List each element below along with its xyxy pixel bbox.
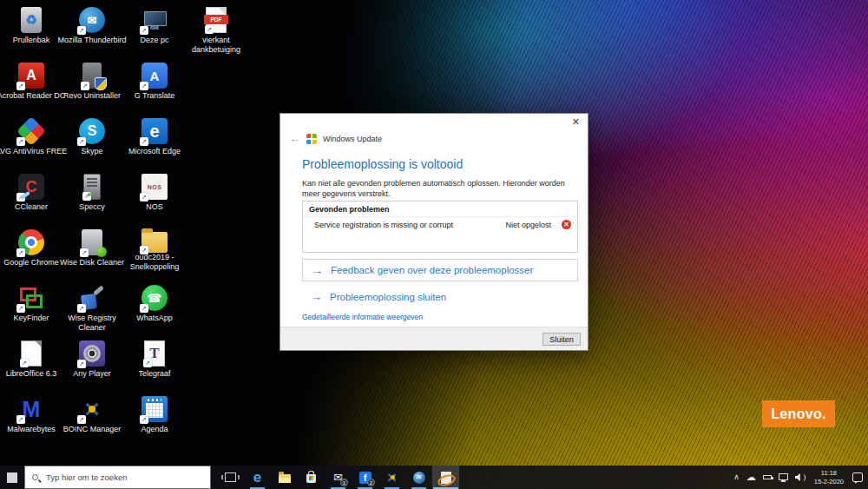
taskbar-app-outlook[interactable]: ✉ [405, 466, 432, 489]
recycle-bin-icon: ♻ [21, 7, 42, 33]
desktop-icon-label: Agenda [117, 425, 192, 434]
dialog-description: Kan niet alle gevonden problemen automat… [302, 178, 575, 199]
desktop-icon-label: vierkant dankbetuiging [179, 36, 253, 54]
shortcut-arrow-icon [140, 137, 148, 146]
taskbar-app-boinc[interactable]: × [378, 466, 405, 489]
shortcut-arrow-icon [140, 193, 148, 202]
desktop-icon-nos[interactable]: NOSNOS [123, 174, 186, 212]
g-translate-icon: A [141, 63, 168, 89]
shortcut-arrow-icon [16, 193, 25, 202]
issue-text: Service registration is missing or corru… [314, 221, 505, 229]
troubleshooter-dialog: ✕ ← Windows Update Probleemoplossing is … [279, 113, 589, 351]
taskbar-apps: e✉1f2×✉ [217, 466, 459, 489]
back-arrow-icon[interactable]: ← [289, 133, 300, 144]
store-icon [306, 474, 316, 483]
desktop-icon-oudc2019-folder[interactable]: oudc2019 - Snelkoppeling [123, 229, 186, 271]
shortcut-arrow-icon [77, 137, 86, 146]
desktop-icon-acrobat-reader[interactable]: AAcrobat Reader DC [0, 63, 62, 101]
desktop-icon-this-pc[interactable]: Deze pc [123, 7, 186, 45]
taskbar-app-facebook[interactable]: f2 [352, 466, 378, 489]
clock-date: 15-2-2020 [814, 478, 844, 486]
file-explorer-icon [279, 474, 291, 483]
desktop-icon-boinc-manager[interactable]: ×BOINC Manager [61, 396, 123, 434]
desktop-icon-malwarebytes[interactable]: MMalwarebytes [0, 396, 62, 434]
wise-registry-cleaner-icon [79, 285, 105, 311]
taskbar-app-task-view[interactable] [217, 466, 244, 489]
desktop-icon-pdf-document[interactable]: PDFvierkant dankbetuiging [185, 7, 247, 54]
shortcut-arrow-icon [77, 304, 86, 313]
volume-icon[interactable] [795, 472, 807, 483]
issue-status: Niet opgelost [505, 221, 551, 229]
arrow-right-icon: → [311, 291, 322, 302]
windows-update-icon [306, 134, 317, 144]
shortcut-arrow-icon [16, 137, 25, 146]
speccy-icon [83, 174, 101, 200]
shortcut-arrow-icon [205, 25, 214, 34]
taskbar-app-store[interactable] [298, 466, 325, 489]
lenovo-logo: Lenovo. [762, 400, 835, 427]
dialog-header: ← Windows Update [289, 133, 382, 144]
this-pc-icon [141, 7, 168, 33]
desktop-icon-recycle-bin[interactable]: ♻Prullenbak [0, 7, 62, 45]
shortcut-arrow-icon [140, 304, 148, 313]
whatsapp-icon: ☎ [141, 285, 168, 311]
onedrive-cloud-icon[interactable]: ☁ [746, 472, 756, 482]
windows-logo-icon [7, 472, 17, 483]
taskbar-app-edge[interactable]: e [244, 466, 271, 489]
desktop-icon-ccleaner[interactable]: CCCleaner [0, 174, 62, 212]
taskbar-app-mail[interactable]: ✉1 [325, 466, 352, 489]
sluiten-button[interactable]: Sluiten [542, 333, 581, 346]
battery-icon[interactable] [763, 475, 772, 479]
desktop-icon-wise-disk-cleaner[interactable]: Wise Disk Cleaner [61, 229, 123, 268]
desktop-icon-microsoft-edge[interactable]: eMicrosoft Edge [123, 118, 186, 156]
taskbar-app-troubleshooter[interactable] [432, 466, 459, 489]
notification-badge: 2 [367, 479, 375, 486]
microsoft-edge-icon: e [141, 118, 168, 144]
detailed-info-link[interactable]: Gedetailleerde informatie weergeven [302, 313, 423, 321]
shortcut-arrow-icon [77, 415, 86, 424]
desktop-icon-g-translate[interactable]: AG Translate [123, 63, 186, 101]
chevron-up-icon[interactable]: ∧ [733, 473, 740, 481]
desktop-icon-avg-antivirus[interactable]: AVG AntiVirus FREE [0, 118, 62, 156]
acrobat-reader-icon: A [18, 63, 44, 89]
taskbar: e✉1f2×✉ ∧ ☁ 11:18 15-2-2020 [0, 466, 868, 489]
system-tray: ∧ ☁ 11:18 15-2-2020 [733, 469, 868, 486]
boinc-manager-icon: × [79, 396, 105, 422]
desktop-icon-agenda[interactable]: Agenda [123, 396, 186, 434]
any-player-icon [79, 340, 105, 367]
search-icon [32, 474, 38, 480]
desktop-icon-telegraaf[interactable]: TTelegraaf [123, 340, 186, 379]
start-button[interactable] [0, 466, 24, 489]
action-center-icon[interactable] [852, 472, 863, 482]
thunderbird-icon: ✉ [79, 7, 105, 33]
edge-icon: e [253, 469, 261, 486]
telegraaf-icon: T [144, 340, 165, 367]
issue-row: Service registration is missing or corru… [303, 217, 577, 229]
close-icon[interactable]: ✕ [572, 116, 580, 128]
taskbar-app-file-explorer[interactable] [271, 466, 298, 489]
taskbar-clock[interactable]: 11:18 15-2-2020 [814, 469, 844, 486]
desktop-icon-label: Telegraaf [117, 369, 192, 379]
desktop-icon-skype[interactable]: SSkype [61, 118, 123, 156]
taskbar-search[interactable] [24, 466, 211, 489]
shortcut-arrow-icon [20, 359, 29, 367]
close-troubleshooter-link[interactable]: → Probleemoplossing sluiten [311, 291, 446, 302]
desktop-icon-whatsapp[interactable]: ☎WhatsApp [123, 285, 186, 323]
shortcut-arrow-icon [140, 415, 148, 424]
feedback-link[interactable]: → Feedback geven over deze probleemoplos… [302, 259, 578, 281]
desktop-icon-label: G Translate [117, 91, 192, 101]
desktop-icon-revo-uninstaller[interactable]: Revo Uninstaller [61, 63, 123, 101]
skype-icon: S [79, 118, 105, 144]
desktop-icon-any-player[interactable]: Any Player [61, 340, 123, 379]
network-icon[interactable] [779, 473, 788, 480]
desktop-icon-speccy[interactable]: Speccy [61, 174, 123, 212]
desktop-icon-google-chrome[interactable]: Google Chrome [0, 229, 62, 268]
shortcut-arrow-icon [16, 304, 25, 313]
shortcut-arrow-icon [77, 26, 86, 35]
search-input[interactable] [44, 472, 203, 483]
desktop-icon-keyfinder[interactable]: KeyFinder [0, 285, 62, 323]
troubleshooter-icon [441, 472, 451, 484]
desktop-icon-wise-registry-cleaner[interactable]: Wise Registry Cleaner [61, 285, 123, 332]
desktop-icon-thunderbird[interactable]: ✉Mozilla Thunderbird [61, 7, 123, 45]
desktop-icon-libreoffice[interactable]: LibreOffice 6.3 [0, 340, 62, 379]
